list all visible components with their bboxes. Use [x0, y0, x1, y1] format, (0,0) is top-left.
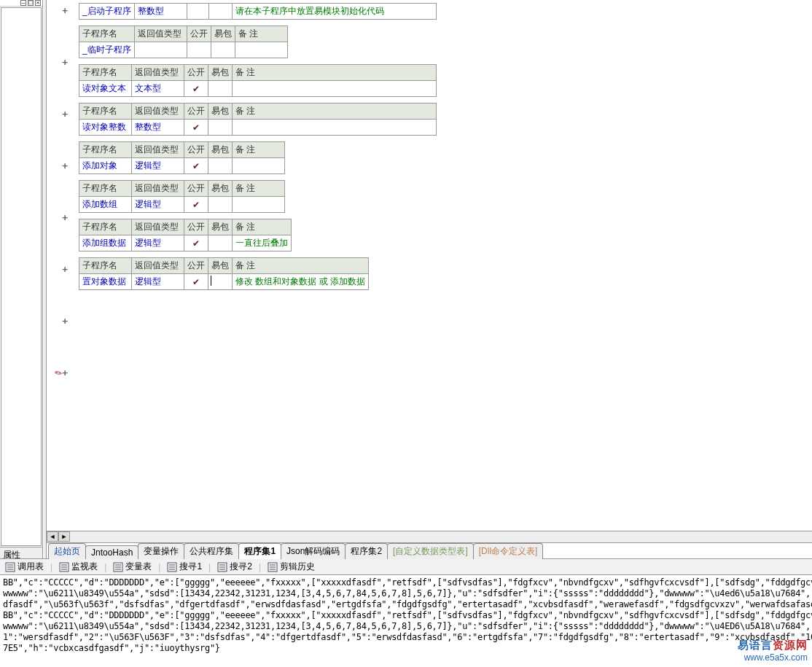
col-header-name: 子程序名	[79, 142, 132, 158]
var-table-label: 变量表	[125, 561, 152, 573]
watch-table-icon	[59, 562, 69, 572]
expand-icon[interactable]: +	[62, 316, 68, 327]
proc-pkg[interactable]	[208, 120, 233, 136]
call-table-button[interactable]: 调用表	[3, 560, 46, 574]
code-editor[interactable]: _启动子程序整数型请在本子程序中放置易模块初始化代码子程序名返回值类型公开易包备…	[70, 0, 812, 531]
proc-comment[interactable]: 修改 数组和对象数据 或 添加数据	[233, 274, 369, 290]
call-table-label: 调用表	[17, 561, 44, 573]
call-table-icon	[5, 562, 15, 572]
procedure-table[interactable]: 子程序名返回值类型公开易包备 注读对象整数整数型✔	[79, 103, 437, 136]
panel-close-icon[interactable]: ×	[35, 0, 41, 6]
proc-pkg[interactable]	[208, 4, 232, 20]
scroll-left-icon[interactable]: ◄	[47, 531, 58, 542]
procedure-table[interactable]: 子程序名返回值类型公开易包备 注添加组数据逻辑型✔一直往后叠加	[79, 219, 292, 251]
horizontal-scrollbar[interactable]: ◄ ►	[47, 531, 812, 542]
proc-return-type[interactable]: 逻辑型	[132, 274, 184, 290]
panel-restore-icon[interactable]: □	[28, 0, 34, 6]
proc-comment[interactable]	[233, 81, 437, 97]
proc-name[interactable]: 读对象文本	[79, 81, 132, 97]
proc-return-type[interactable]: 整数型	[132, 120, 184, 136]
proc-name[interactable]: _启动子程序	[79, 4, 135, 20]
procedure-table[interactable]: 子程序名返回值类型公开易包备 注_临时子程序	[79, 26, 288, 58]
proc-name[interactable]: 读对象整数	[79, 120, 132, 136]
proc-public[interactable]: ✔	[184, 197, 208, 213]
expand-icon[interactable]: +	[62, 5, 68, 16]
tab-程序集1[interactable]: 程序集1	[238, 543, 281, 559]
scroll-right-icon[interactable]: ►	[58, 531, 70, 542]
var-table-button[interactable]: 变量表	[111, 560, 154, 574]
col-header-name: 子程序名	[79, 219, 132, 235]
tab-[自定义数据类型表][interactable]: [自定义数据类型表]	[387, 543, 474, 559]
panel-min-icon[interactable]: –	[20, 0, 26, 6]
proc-return-type[interactable]: 整数型	[134, 4, 187, 20]
procedure-table[interactable]: 子程序名返回值类型公开易包备 注添加数组逻辑型✔	[79, 180, 285, 213]
proc-comment[interactable]: 请在本子程序中放置易模块初始化代码	[232, 4, 436, 20]
proc-public[interactable]: ✔	[184, 235, 208, 251]
col-header-name: 子程序名	[79, 65, 132, 81]
col-header-ret: 返回值类型	[132, 104, 184, 120]
procedure-table[interactable]: _启动子程序整数型请在本子程序中放置易模块初始化代码	[79, 3, 437, 20]
proc-comment[interactable]	[233, 120, 437, 136]
output-pane[interactable]: BB","c":"CCCCC","d":"DDDDDDD","e":["gggg…	[0, 574, 812, 667]
tab-变量操作[interactable]: 变量操作	[138, 543, 184, 559]
proc-public[interactable]: ✔	[184, 81, 208, 97]
proc-return-type[interactable]	[134, 42, 187, 58]
tree-view[interactable]	[1, 7, 42, 546]
tab-[Dll命令定义表][interactable]: [Dll命令定义表]	[473, 543, 544, 559]
proc-pkg[interactable]	[208, 81, 233, 97]
col-header-pub: 公开	[184, 65, 208, 81]
proc-return-type[interactable]: 逻辑型	[132, 197, 184, 213]
editor-tabs: 起始页JntooHash变量操作公共程序集程序集1Json解码编码程序集2[自定…	[47, 542, 812, 558]
proc-public[interactable]	[187, 4, 208, 20]
search-1-button[interactable]: 搜寻1	[165, 560, 204, 574]
proc-name[interactable]: _临时子程序	[79, 42, 135, 58]
proc-name[interactable]: 置对象数据	[79, 274, 132, 290]
watch-table-button[interactable]: 监视表	[57, 560, 100, 574]
col-header-name: 子程序名	[79, 258, 132, 274]
col-header-pkg: 易包	[208, 219, 233, 235]
proc-pkg[interactable]	[208, 235, 233, 251]
proc-comment[interactable]	[233, 158, 285, 174]
proc-name[interactable]: 添加对象	[79, 158, 132, 174]
tab-程序集2[interactable]: 程序集2	[345, 543, 388, 559]
proc-name[interactable]: 添加组数据	[79, 235, 132, 251]
proc-pkg[interactable]	[208, 158, 233, 174]
proc-return-type[interactable]: 逻辑型	[132, 235, 184, 251]
proc-return-type[interactable]: 逻辑型	[132, 158, 184, 174]
expand-icon[interactable]: +	[62, 264, 68, 275]
proc-public[interactable]: ✔	[184, 158, 208, 174]
properties-tab[interactable]: 属性	[0, 547, 42, 558]
expand-icon[interactable]: +	[62, 367, 68, 378]
proc-name[interactable]: 添加数组	[79, 197, 132, 213]
expand-icon[interactable]: +	[62, 57, 68, 68]
proc-comment[interactable]: 一直往后叠加	[233, 235, 292, 251]
proc-pkg[interactable]	[208, 274, 233, 290]
col-header-ret: 返回值类型	[134, 26, 187, 42]
proc-public[interactable]: ✔	[184, 274, 208, 290]
tab-JntooHash[interactable]: JntooHash	[85, 545, 138, 559]
expand-icon[interactable]: +	[62, 212, 68, 223]
proc-pkg[interactable]	[211, 42, 235, 58]
procedure-table[interactable]: 子程序名返回值类型公开易包备 注置对象数据逻辑型✔修改 数组和对象数据 或 添加…	[79, 257, 369, 290]
col-header-note: 备 注	[233, 104, 437, 120]
output-line: BB","c":"CCCCC","d":"DDDDDDD","e":["gggg…	[3, 610, 809, 621]
procedure-table[interactable]: 子程序名返回值类型公开易包备 注读对象文本文本型✔	[79, 64, 437, 97]
proc-public[interactable]	[187, 42, 211, 58]
tab-公共程序集[interactable]: 公共程序集	[184, 543, 239, 559]
tab-Json解码编码[interactable]: Json解码编码	[281, 543, 346, 559]
proc-pkg[interactable]	[208, 197, 233, 213]
expand-icon[interactable]: +	[62, 160, 68, 171]
proc-return-type[interactable]: 文本型	[132, 81, 184, 97]
proc-comment[interactable]	[235, 42, 287, 58]
bottom-toolbar: 调用表|监视表|变量表|搜寻1|搜寻2|剪辑历史	[0, 558, 812, 574]
output-line: wwwww":"\u6211\u8349\u554a","sdsd":[1343…	[3, 588, 809, 599]
tab-起始页[interactable]: 起始页	[48, 543, 86, 559]
proc-public[interactable]: ✔	[184, 120, 208, 136]
expand-icon[interactable]: +	[62, 109, 68, 120]
procedure-table[interactable]: 子程序名返回值类型公开易包备 注添加对象逻辑型✔	[79, 141, 285, 174]
col-header-pkg: 易包	[208, 142, 233, 158]
search-2-button[interactable]: 搜寻2	[215, 560, 254, 574]
proc-comment[interactable]	[233, 197, 285, 213]
clip-history-button[interactable]: 剪辑历史	[265, 560, 317, 574]
output-line: 1":"wersdfasdf","2":"\u563F\u563F","3":"…	[3, 632, 809, 643]
